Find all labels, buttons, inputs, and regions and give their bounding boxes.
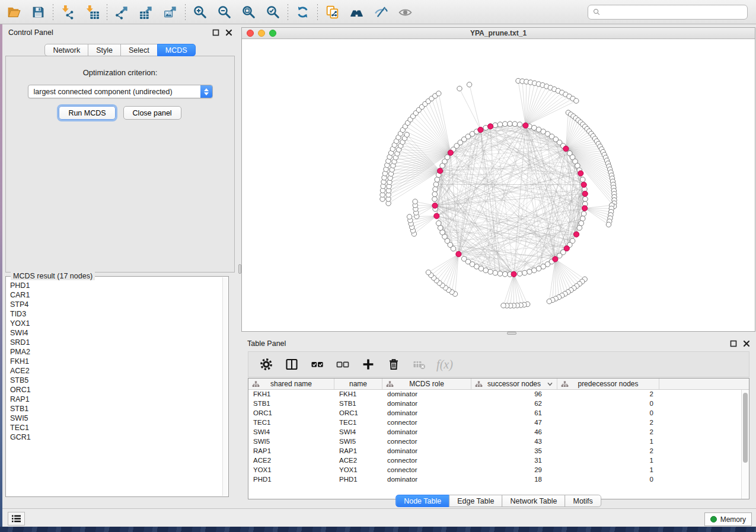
cell-predecessor_nodes[interactable]: 1 xyxy=(557,456,659,466)
column-header-predecessor_nodes[interactable]: predecessor nodes xyxy=(557,379,659,389)
table-scrollbar[interactable] xyxy=(741,390,749,499)
open-file-icon[interactable] xyxy=(6,4,22,20)
cell-predecessor_nodes[interactable]: 1 xyxy=(557,437,659,447)
add-column-icon[interactable] xyxy=(360,356,377,373)
cell-successor_nodes[interactable]: 31 xyxy=(471,456,557,466)
mcds-result-item[interactable]: PMA2 xyxy=(10,347,222,357)
network-node[interactable] xyxy=(445,155,450,160)
network-node[interactable] xyxy=(522,270,528,275)
mcds-result-item[interactable]: FKH1 xyxy=(10,357,222,366)
mcds-dominator-node[interactable] xyxy=(574,232,579,237)
run-mcds-button[interactable]: Run MCDS xyxy=(59,106,115,120)
cell-shared_name[interactable]: STB1 xyxy=(248,399,334,409)
network-node[interactable] xyxy=(432,197,438,202)
cell-successor_nodes[interactable]: 96 xyxy=(471,390,557,399)
optimization-criterion-select[interactable]: largest connected component (undirected) xyxy=(28,85,213,98)
mcds-dominator-node[interactable] xyxy=(582,191,588,197)
mcds-dominator-node[interactable] xyxy=(582,206,588,211)
cell-shared_name[interactable]: ORC1 xyxy=(248,409,334,418)
cell-mcds_role[interactable]: dominator xyxy=(382,399,471,409)
network-node[interactable] xyxy=(512,121,518,127)
close-panel-icon[interactable] xyxy=(225,29,232,37)
mcds-result-item[interactable]: RAP1 xyxy=(10,395,222,404)
table-scrollbar-thumb[interactable] xyxy=(743,393,748,463)
network-node[interactable] xyxy=(547,299,551,304)
cell-predecessor_nodes[interactable]: 1 xyxy=(557,466,659,475)
network-node[interactable] xyxy=(508,121,513,127)
mcds-result-item[interactable]: SWI5 xyxy=(10,414,222,423)
network-node[interactable] xyxy=(432,191,438,197)
cell-predecessor_nodes[interactable]: 0 xyxy=(557,475,659,485)
column-header-name[interactable]: name xyxy=(334,379,382,389)
network-node[interactable] xyxy=(606,222,611,227)
cell-mcds_role[interactable]: dominator xyxy=(382,475,471,485)
maximize-window-icon[interactable] xyxy=(269,30,276,37)
mcds-result-item[interactable]: ORC1 xyxy=(10,385,222,395)
tab-style[interactable]: Style xyxy=(88,44,121,56)
mcds-result-item[interactable]: STB1 xyxy=(10,404,222,414)
mcds-result-item[interactable]: TID3 xyxy=(10,309,222,319)
cell-successor_nodes[interactable]: 35 xyxy=(471,447,557,456)
cell-successor_nodes[interactable]: 29 xyxy=(471,466,557,475)
mcds-dominator-node[interactable] xyxy=(448,150,453,155)
network-node[interactable] xyxy=(461,257,467,262)
mcds-dominator-node[interactable] xyxy=(564,246,569,251)
tab-edge-table[interactable]: Edge Table xyxy=(449,495,502,507)
network-node[interactable] xyxy=(404,132,409,137)
split-columns-icon[interactable] xyxy=(283,356,300,373)
cell-name[interactable]: YOX1 xyxy=(334,466,382,475)
select-all-icon[interactable] xyxy=(309,356,326,373)
network-node[interactable] xyxy=(502,271,508,277)
cell-mcds_role[interactable]: connector xyxy=(382,418,471,428)
cell-successor_nodes[interactable]: 43 xyxy=(471,437,557,447)
cell-successor_nodes[interactable]: 61 xyxy=(471,409,557,418)
mcds-dominator-node[interactable] xyxy=(478,127,483,133)
panel-menu-button[interactable] xyxy=(8,512,25,525)
column-header-shared_name[interactable]: shared name xyxy=(248,379,334,389)
cell-mcds_role[interactable]: dominator xyxy=(382,428,471,437)
cell-shared_name[interactable]: TEC1 xyxy=(248,418,334,428)
cell-shared_name[interactable]: YOX1 xyxy=(248,466,334,475)
network-node[interactable] xyxy=(433,187,438,192)
table-row[interactable]: SWI4SWI4dominator462 xyxy=(248,428,741,437)
mcds-result-item[interactable]: GCR1 xyxy=(10,432,222,442)
cell-name[interactable]: SWI5 xyxy=(334,437,382,447)
cell-name[interactable]: TEC1 xyxy=(334,418,382,428)
cell-name[interactable]: RAP1 xyxy=(334,447,382,456)
network-node[interactable] xyxy=(493,123,498,128)
mcds-result-item[interactable]: TEC1 xyxy=(10,423,222,432)
tab-select[interactable]: Select xyxy=(120,44,158,56)
column-header-mcds_role[interactable]: MCDS role xyxy=(382,379,471,389)
mcds-dominator-node[interactable] xyxy=(578,171,583,176)
cell-shared_name[interactable]: FKH1 xyxy=(248,390,334,399)
zoom-out-icon[interactable] xyxy=(216,4,232,20)
cell-name[interactable]: SWI4 xyxy=(334,428,382,437)
column-header-successor_nodes[interactable]: successor nodes xyxy=(471,379,557,389)
cell-successor_nodes[interactable]: 47 xyxy=(471,418,557,428)
zoom-in-icon[interactable] xyxy=(192,4,208,20)
import-table-icon[interactable] xyxy=(84,4,100,20)
network-node[interactable] xyxy=(557,253,562,258)
mcds-dominator-node[interactable] xyxy=(523,123,528,128)
minimize-window-icon[interactable] xyxy=(258,30,265,37)
mcds-result-item[interactable]: ACE2 xyxy=(10,366,222,376)
network-node[interactable] xyxy=(457,86,462,91)
network-node[interactable] xyxy=(436,221,441,226)
network-node[interactable] xyxy=(413,199,417,204)
table-row[interactable]: FKH1FKH1dominator962 xyxy=(248,390,741,399)
cell-mcds_role[interactable]: dominator xyxy=(382,409,471,418)
network-node[interactable] xyxy=(532,268,537,273)
cell-shared_name[interactable]: SWI4 xyxy=(248,428,334,437)
cell-name[interactable]: STB1 xyxy=(334,399,382,409)
network-node[interactable] xyxy=(488,269,493,274)
table-row[interactable]: TEC1TEC1connector472 xyxy=(248,418,741,428)
cell-shared_name[interactable]: PHD1 xyxy=(248,475,334,485)
sort-chevron-icon[interactable] xyxy=(547,382,553,386)
network-node[interactable] xyxy=(497,122,503,127)
tab-node-table[interactable]: Node Table xyxy=(395,495,449,507)
mcds-dominator-node[interactable] xyxy=(432,203,438,209)
close-panel-button[interactable]: Close panel xyxy=(123,106,181,120)
cell-name[interactable]: PHD1 xyxy=(334,475,382,485)
network-node[interactable] xyxy=(517,271,522,277)
mcds-result-item[interactable]: SWI4 xyxy=(10,328,222,338)
